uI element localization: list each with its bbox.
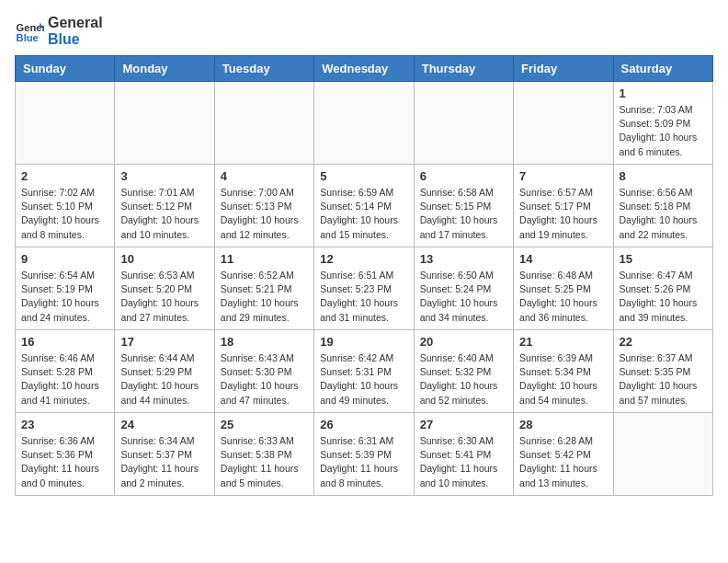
calendar-cell: 14Sunrise: 6:48 AM Sunset: 5:25 PM Dayli…: [514, 247, 613, 330]
calendar-cell: 3Sunrise: 7:01 AM Sunset: 5:12 PM Daylig…: [115, 165, 214, 247]
day-number: 16: [21, 335, 108, 349]
day-info: Sunrise: 6:57 AM Sunset: 5:17 PM Dayligh…: [519, 186, 607, 242]
calendar-cell: 4Sunrise: 7:00 AM Sunset: 5:13 PM Daylig…: [214, 165, 313, 247]
calendar-cell: 12Sunrise: 6:51 AM Sunset: 5:23 PM Dayli…: [314, 247, 414, 330]
calendar-cell: [314, 82, 414, 165]
day-info: Sunrise: 6:30 AM Sunset: 5:41 PM Dayligh…: [420, 434, 507, 490]
day-number: 4: [221, 169, 308, 183]
col-header-friday: Friday: [514, 56, 613, 82]
day-info: Sunrise: 6:42 AM Sunset: 5:31 PM Dayligh…: [320, 351, 407, 408]
day-info: Sunrise: 6:44 AM Sunset: 5:29 PM Dayligh…: [120, 351, 208, 408]
day-number: 1: [620, 86, 707, 100]
logo: General Blue General Blue: [15, 15, 103, 48]
calendar-cell: 21Sunrise: 6:39 AM Sunset: 5:34 PM Dayli…: [514, 330, 613, 413]
day-info: Sunrise: 6:37 AM Sunset: 5:35 PM Dayligh…: [620, 351, 707, 408]
calendar-cell: 22Sunrise: 6:37 AM Sunset: 5:35 PM Dayli…: [613, 330, 712, 413]
calendar-cell: 2Sunrise: 7:02 AM Sunset: 5:10 PM Daylig…: [16, 165, 115, 247]
calendar-cell: [115, 82, 214, 165]
day-number: 28: [519, 418, 607, 431]
col-header-wednesday: Wednesday: [314, 56, 414, 82]
day-number: 14: [519, 252, 607, 266]
calendar-cell: 24Sunrise: 6:34 AM Sunset: 5:37 PM Dayli…: [115, 413, 214, 496]
calendar-cell: [414, 82, 513, 165]
day-number: 10: [120, 252, 208, 266]
calendar-cell: 6Sunrise: 6:58 AM Sunset: 5:15 PM Daylig…: [414, 165, 513, 247]
day-number: 11: [221, 252, 308, 266]
day-info: Sunrise: 6:52 AM Sunset: 5:21 PM Dayligh…: [221, 269, 308, 325]
day-number: 2: [21, 169, 108, 183]
day-info: Sunrise: 6:56 AM Sunset: 5:18 PM Dayligh…: [620, 186, 707, 242]
calendar-cell: 26Sunrise: 6:31 AM Sunset: 5:39 PM Dayli…: [314, 413, 414, 496]
day-info: Sunrise: 7:03 AM Sunset: 5:09 PM Dayligh…: [620, 103, 707, 159]
day-info: Sunrise: 6:54 AM Sunset: 5:19 PM Dayligh…: [21, 269, 108, 325]
calendar-cell: 25Sunrise: 6:33 AM Sunset: 5:38 PM Dayli…: [214, 413, 313, 496]
day-info: Sunrise: 6:50 AM Sunset: 5:24 PM Dayligh…: [420, 269, 507, 325]
calendar-cell: 1Sunrise: 7:03 AM Sunset: 5:09 PM Daylig…: [613, 82, 712, 165]
logo-icon: General Blue: [15, 17, 44, 46]
calendar-header-row: SundayMondayTuesdayWednesdayThursdayFrid…: [16, 56, 713, 82]
logo-general: General: [48, 15, 103, 31]
day-number: 17: [120, 335, 208, 349]
day-info: Sunrise: 7:01 AM Sunset: 5:12 PM Dayligh…: [120, 186, 208, 242]
calendar-cell: 11Sunrise: 6:52 AM Sunset: 5:21 PM Dayli…: [214, 247, 313, 330]
calendar-cell: 19Sunrise: 6:42 AM Sunset: 5:31 PM Dayli…: [314, 330, 414, 413]
day-number: 18: [221, 335, 308, 349]
day-number: 3: [120, 169, 208, 183]
calendar-cell: 5Sunrise: 6:59 AM Sunset: 5:14 PM Daylig…: [314, 165, 414, 247]
day-info: Sunrise: 6:34 AM Sunset: 5:37 PM Dayligh…: [120, 434, 208, 490]
day-info: Sunrise: 7:00 AM Sunset: 5:13 PM Dayligh…: [221, 186, 308, 242]
calendar-cell: 16Sunrise: 6:46 AM Sunset: 5:28 PM Dayli…: [16, 330, 115, 413]
calendar-week-2: 2Sunrise: 7:02 AM Sunset: 5:10 PM Daylig…: [16, 165, 713, 247]
day-number: 15: [620, 252, 707, 266]
calendar-cell: 8Sunrise: 6:56 AM Sunset: 5:18 PM Daylig…: [613, 165, 712, 247]
calendar-table: SundayMondayTuesdayWednesdayThursdayFrid…: [15, 55, 713, 496]
day-number: 25: [221, 418, 308, 431]
calendar-cell: 18Sunrise: 6:43 AM Sunset: 5:30 PM Dayli…: [214, 330, 313, 413]
day-number: 5: [320, 169, 407, 183]
day-info: Sunrise: 7:02 AM Sunset: 5:10 PM Dayligh…: [21, 186, 108, 242]
calendar-cell: 23Sunrise: 6:36 AM Sunset: 5:36 PM Dayli…: [16, 413, 115, 496]
col-header-tuesday: Tuesday: [214, 56, 313, 82]
day-number: 27: [420, 418, 507, 431]
day-info: Sunrise: 6:43 AM Sunset: 5:30 PM Dayligh…: [221, 351, 308, 408]
calendar-week-4: 16Sunrise: 6:46 AM Sunset: 5:28 PM Dayli…: [16, 330, 713, 413]
calendar-week-3: 9Sunrise: 6:54 AM Sunset: 5:19 PM Daylig…: [16, 247, 713, 330]
calendar-cell: 13Sunrise: 6:50 AM Sunset: 5:24 PM Dayli…: [414, 247, 513, 330]
calendar-cell: 17Sunrise: 6:44 AM Sunset: 5:29 PM Dayli…: [115, 330, 214, 413]
svg-text:Blue: Blue: [17, 32, 39, 43]
day-number: 20: [420, 335, 507, 349]
page-header: General Blue General Blue: [15, 15, 713, 48]
day-number: 26: [320, 418, 407, 431]
day-info: Sunrise: 6:59 AM Sunset: 5:14 PM Dayligh…: [320, 186, 407, 242]
col-header-thursday: Thursday: [414, 56, 513, 82]
day-number: 12: [320, 252, 407, 266]
day-number: 22: [620, 335, 707, 349]
col-header-monday: Monday: [115, 56, 214, 82]
day-info: Sunrise: 6:46 AM Sunset: 5:28 PM Dayligh…: [21, 351, 108, 408]
calendar-cell: 9Sunrise: 6:54 AM Sunset: 5:19 PM Daylig…: [16, 247, 115, 330]
day-info: Sunrise: 6:33 AM Sunset: 5:38 PM Dayligh…: [221, 434, 308, 490]
day-number: 24: [120, 418, 208, 431]
calendar-cell: 28Sunrise: 6:28 AM Sunset: 5:42 PM Dayli…: [514, 413, 613, 496]
calendar-cell: [214, 82, 313, 165]
day-info: Sunrise: 6:39 AM Sunset: 5:34 PM Dayligh…: [519, 351, 607, 408]
col-header-sunday: Sunday: [16, 56, 115, 82]
day-number: 21: [519, 335, 607, 349]
day-info: Sunrise: 6:51 AM Sunset: 5:23 PM Dayligh…: [320, 269, 407, 325]
day-number: 8: [620, 169, 707, 183]
calendar-cell: [514, 82, 613, 165]
day-number: 6: [420, 169, 507, 183]
day-info: Sunrise: 6:53 AM Sunset: 5:20 PM Dayligh…: [120, 269, 208, 325]
calendar-cell: 10Sunrise: 6:53 AM Sunset: 5:20 PM Dayli…: [115, 247, 214, 330]
day-info: Sunrise: 6:31 AM Sunset: 5:39 PM Dayligh…: [320, 434, 407, 490]
day-info: Sunrise: 6:58 AM Sunset: 5:15 PM Dayligh…: [420, 186, 507, 242]
calendar-cell: 15Sunrise: 6:47 AM Sunset: 5:26 PM Dayli…: [613, 247, 712, 330]
day-number: 7: [519, 169, 607, 183]
day-number: 9: [21, 252, 108, 266]
day-info: Sunrise: 6:28 AM Sunset: 5:42 PM Dayligh…: [519, 434, 607, 490]
calendar-cell: [613, 413, 712, 496]
day-info: Sunrise: 6:47 AM Sunset: 5:26 PM Dayligh…: [620, 269, 707, 325]
day-number: 23: [21, 418, 108, 431]
calendar-cell: 27Sunrise: 6:30 AM Sunset: 5:41 PM Dayli…: [414, 413, 513, 496]
col-header-saturday: Saturday: [613, 56, 712, 82]
